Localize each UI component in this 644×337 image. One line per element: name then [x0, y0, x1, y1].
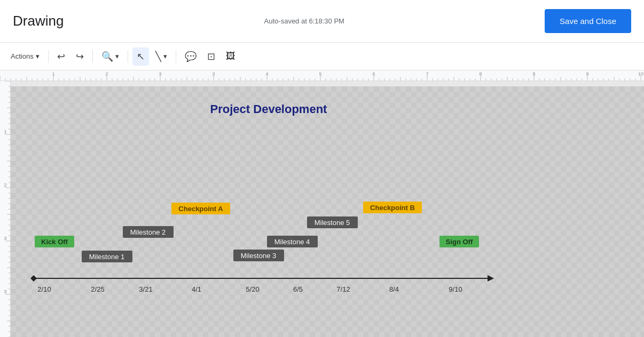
save-close-button[interactable]: Save and Close	[545, 9, 631, 33]
image-button[interactable]: 🖼	[222, 47, 240, 65]
redo-button[interactable]: ↪	[72, 47, 88, 66]
zoom-icon: 🔍	[101, 51, 113, 62]
textbox-button[interactable]: ⊡	[203, 47, 219, 66]
toolbar: Actions ▾ ↩ ↪ 🔍 ▾ ↖ ╲ ▾ 💬 ⊡ 🖼	[0, 43, 644, 70]
image-icon: 🖼	[226, 51, 235, 62]
actions-menu-button[interactable]: Actions ▾	[6, 49, 44, 63]
signoff-label: Sign Off	[446, 238, 473, 246]
date-label-8: 9/10	[449, 285, 462, 293]
toolbar-divider-4	[176, 50, 176, 63]
milestone1-label: Milestone 1	[89, 253, 124, 261]
header-left: Drawing	[13, 13, 64, 29]
milestone3-label: Milestone 3	[241, 252, 276, 260]
page-title: Drawing	[13, 13, 64, 29]
comment-icon: 💬	[185, 51, 197, 62]
date-label-6: 7/12	[336, 285, 350, 293]
vertical-ruler: 1233	[0, 81, 11, 337]
autosave-status: Auto-saved at 6:18:30 PM	[264, 17, 344, 25]
date-label-1: 2/25	[91, 285, 104, 293]
date-label-2: 3/21	[139, 285, 152, 293]
toolbar-divider-1	[48, 50, 49, 63]
diagram-title: Project Development	[210, 102, 328, 116]
zoom-button[interactable]: 🔍 ▾	[97, 47, 123, 66]
undo-icon: ↩	[57, 51, 65, 62]
zoom-chevron-icon: ▾	[115, 52, 119, 60]
milestone5-label: Milestone 5	[315, 219, 350, 227]
textbox-icon: ⊡	[207, 51, 215, 62]
actions-label: Actions	[11, 52, 34, 60]
toolbar-divider-3	[128, 50, 128, 63]
horizontal-ruler	[0, 70, 644, 81]
redo-icon: ↪	[76, 51, 84, 62]
svg-text:1: 1	[4, 129, 6, 134]
svg-text:3: 3	[4, 289, 6, 294]
milestone2-label: Milestone 2	[130, 228, 166, 236]
checkpointB-label: Checkpoint B	[370, 204, 415, 212]
date-label-3: 4/1	[192, 285, 201, 293]
toolbar-divider-2	[92, 50, 93, 63]
canvas-area[interactable]: 1233 Project Development 2/10 2/25 3/21 …	[0, 81, 644, 337]
date-label-7: 8/4	[389, 285, 399, 293]
svg-text:3: 3	[4, 236, 6, 241]
date-label-4: 5/20	[246, 285, 259, 293]
date-label-5: 6/5	[293, 285, 303, 293]
date-label-0: 2/10	[37, 285, 51, 293]
select-icon: ↖	[137, 51, 145, 62]
kickoff-label: Kick Off	[41, 238, 68, 246]
drawing-svg: Project Development 2/10 2/25 3/21 4/1 5…	[11, 81, 644, 337]
timeline-diamond-left	[30, 275, 37, 282]
header: Drawing Auto-saved at 6:18:30 PM Save an…	[0, 0, 644, 43]
actions-chevron-icon: ▾	[36, 52, 40, 60]
line-chevron-icon: ▾	[163, 52, 167, 60]
checkpointA-label: Checkpoint A	[178, 205, 223, 213]
line-button[interactable]: ╲ ▾	[151, 47, 171, 66]
timeline-arrowhead-right	[488, 275, 494, 282]
svg-text:2: 2	[4, 182, 6, 188]
comment-button[interactable]: 💬	[180, 47, 201, 66]
undo-button[interactable]: ↩	[53, 47, 69, 66]
select-button[interactable]: ↖	[132, 47, 149, 66]
ruler-canvas	[0, 70, 644, 81]
line-icon: ╲	[155, 51, 161, 62]
milestone4-label: Milestone 4	[274, 238, 310, 246]
